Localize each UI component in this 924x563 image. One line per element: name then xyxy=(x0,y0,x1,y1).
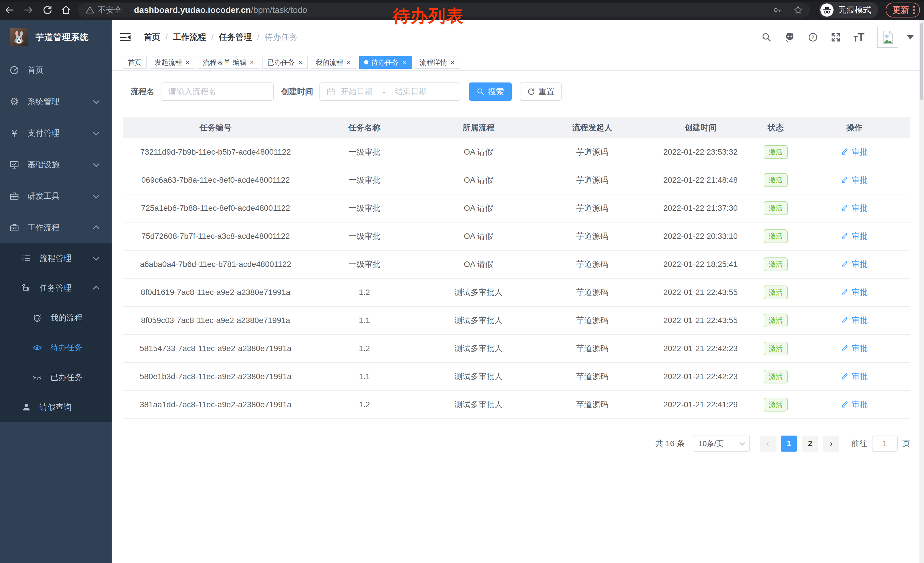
sidebar-menu: 首页⚙系统管理¥支付管理基础设施研发工具工作流程流程管理任务管理我的流程待办任务… xyxy=(0,54,112,422)
sidebar-item-label: 流程管理 xyxy=(39,253,72,264)
sidebar-fold-icon[interactable] xyxy=(120,32,131,43)
reset-button[interactable]: 重置 xyxy=(520,83,562,101)
sidebar: 🐰 芋道管理系统 首页⚙系统管理¥支付管理基础设施研发工具工作流程流程管理任务管… xyxy=(0,20,112,563)
page-button-1[interactable]: 1 xyxy=(781,435,797,452)
search-icon[interactable] xyxy=(761,32,772,42)
search-button[interactable]: 搜索 xyxy=(469,83,512,101)
cell-process: 测试多审批人 xyxy=(421,278,536,306)
approve-link[interactable]: 审批 xyxy=(841,343,868,354)
table-row: 580e1b3d-7ac8-11ec-a9e2-a2380e71991a1.1测… xyxy=(123,363,910,390)
scrollbar-track[interactable] xyxy=(920,20,924,563)
tab-首页[interactable]: 首页 xyxy=(123,56,147,69)
cell-starter: 芋道源码 xyxy=(536,194,648,222)
sidebar-item-dev-tools[interactable]: 研发工具 xyxy=(0,180,112,212)
breadcrumb-task-mgmt[interactable]: 任务管理 xyxy=(219,32,252,43)
table-row: 725a1eb6-7b88-11ec-8ef0-acde48001122一级审批… xyxy=(123,194,910,222)
fullscreen-icon[interactable] xyxy=(831,32,841,42)
approve-link[interactable]: 审批 xyxy=(841,231,868,242)
approve-link[interactable]: 审批 xyxy=(841,287,868,298)
sidebar-item-home[interactable]: 首页 xyxy=(0,54,112,86)
tab-流程表单-编辑[interactable]: 流程表单-编辑× xyxy=(198,56,260,69)
approve-link[interactable]: 审批 xyxy=(841,259,868,270)
sidebar-item-label: 首页 xyxy=(27,65,44,76)
font-size-icon[interactable]: TT xyxy=(854,32,865,43)
tab-close-icon[interactable]: × xyxy=(450,59,455,66)
edit-pencil-icon xyxy=(841,372,849,382)
tab-流程详情[interactable]: 流程详情× xyxy=(415,56,460,69)
approve-link[interactable]: 审批 xyxy=(841,203,868,214)
cell-time: 2022-01-22 23:53:32 xyxy=(648,138,753,166)
sidebar-item-done-task[interactable]: 已办任务 xyxy=(0,363,112,392)
todo-list-annotation: 待办列表 xyxy=(393,5,464,28)
process-name-input[interactable] xyxy=(161,83,274,101)
prev-page-button[interactable]: ‹ xyxy=(760,435,776,452)
sidebar-item-label: 系统管理 xyxy=(27,96,60,107)
forward-icon[interactable] xyxy=(19,5,38,15)
avatar-caret-icon[interactable] xyxy=(907,35,914,39)
sidebar-item-todo-task[interactable]: 待办任务 xyxy=(0,333,112,363)
home-icon[interactable] xyxy=(57,5,76,15)
sidebar-item-workflow[interactable]: 工作流程 xyxy=(0,212,112,243)
page-button-2[interactable]: 2 xyxy=(802,435,818,452)
status-badge: 激活 xyxy=(764,398,788,411)
tab-close-icon[interactable]: × xyxy=(346,59,351,66)
toolbox-icon xyxy=(9,223,20,233)
column-header: 流程发起人 xyxy=(536,117,648,138)
edit-pencil-icon xyxy=(841,344,849,354)
tab-close-icon[interactable]: × xyxy=(249,59,255,66)
sidebar-item-task-mgmt[interactable]: 任务管理 xyxy=(0,273,112,303)
tab-发起流程[interactable]: 发起流程× xyxy=(150,56,195,69)
sidebar-item-my-process[interactable]: 我的流程 xyxy=(0,303,112,333)
back-icon[interactable] xyxy=(0,5,19,15)
sidebar-item-infrastructure[interactable]: 基础设施 xyxy=(0,149,112,180)
approve-link[interactable]: 审批 xyxy=(841,371,868,382)
app-logo[interactable]: 🐰 芋道管理系统 xyxy=(0,20,112,54)
goto-label: 前往 xyxy=(851,438,867,449)
date-range-picker[interactable]: 开始日期 - 结束日期 xyxy=(320,83,460,101)
process-name-label: 流程名 xyxy=(130,86,154,97)
tab-close-icon[interactable]: × xyxy=(185,59,190,66)
calendar-icon xyxy=(326,87,336,96)
github-icon[interactable] xyxy=(784,32,795,43)
table-row: 8f0d1619-7ac8-11ec-a9e2-a2380e71991a1.2测… xyxy=(123,278,910,306)
not-secure-warning-icon[interactable] xyxy=(85,6,94,15)
scrollbar-thumb[interactable] xyxy=(920,23,923,100)
column-header: 操作 xyxy=(799,117,910,138)
bookmark-star-icon[interactable] xyxy=(794,6,802,15)
approve-label: 审批 xyxy=(852,315,868,326)
sidebar-item-process-mgmt[interactable]: 流程管理 xyxy=(0,243,112,273)
approve-link[interactable]: 审批 xyxy=(841,147,868,158)
goto-page-input[interactable] xyxy=(872,435,898,452)
column-header: 任务名称 xyxy=(308,117,420,138)
gear-icon: ⚙ xyxy=(9,96,20,107)
avatar[interactable] xyxy=(877,27,898,48)
table-body: 73211d9d-7b9b-11ec-b5b7-acde48001122一级审批… xyxy=(123,138,910,419)
browser-menu-icon[interactable] xyxy=(913,6,915,14)
sidebar-item-system[interactable]: ⚙系统管理 xyxy=(0,86,112,117)
sidebar-item-leave-query[interactable]: 请假查询 xyxy=(0,392,112,422)
approve-link[interactable]: 审批 xyxy=(841,175,868,186)
tab-待办任务[interactable]: 待办任务× xyxy=(359,56,412,69)
cell-name: 1.2 xyxy=(308,390,420,419)
table-header-row: 任务编号任务名称所属流程流程发起人创建时间状态操作 xyxy=(123,117,910,138)
tab-我的流程[interactable]: 我的流程× xyxy=(311,56,356,69)
reload-icon[interactable] xyxy=(38,5,57,15)
tab-已办任务[interactable]: 已办任务× xyxy=(262,56,308,69)
breadcrumb-workflow[interactable]: 工作流程 xyxy=(173,32,206,43)
sidebar-item-payment[interactable]: ¥支付管理 xyxy=(0,117,112,149)
cell-starter: 芋道源码 xyxy=(536,250,648,278)
help-icon[interactable]: ? xyxy=(808,32,818,42)
page-size-select[interactable]: 10条/页 xyxy=(693,435,750,452)
cell-time: 2022-01-22 21:37:30 xyxy=(648,194,753,222)
tab-close-icon[interactable]: × xyxy=(298,59,303,66)
key-icon[interactable] xyxy=(773,6,782,15)
next-page-button[interactable]: › xyxy=(823,435,839,452)
edit-pencil-icon xyxy=(841,315,849,326)
tab-close-icon[interactable]: × xyxy=(402,59,407,66)
svg-text:?: ? xyxy=(811,35,814,40)
cell-time: 2022-01-21 22:43:55 xyxy=(648,278,753,306)
approve-link[interactable]: 审批 xyxy=(841,399,868,410)
breadcrumb-home[interactable]: 首页 xyxy=(144,32,160,43)
update-button[interactable]: 更新 xyxy=(886,3,920,18)
approve-link[interactable]: 审批 xyxy=(841,315,868,326)
